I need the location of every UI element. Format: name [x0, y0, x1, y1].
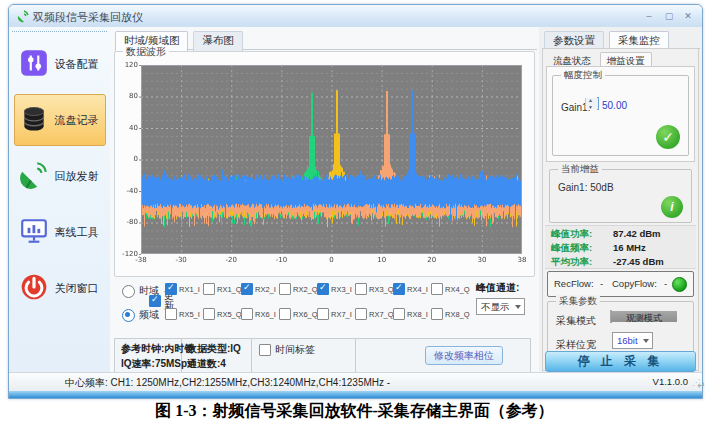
peak-channel-label: 峰值通道:	[476, 281, 519, 295]
acq-params-title: 采集参数	[556, 295, 600, 308]
bit-width-label: 采样位宽	[556, 338, 596, 352]
sidebar: 设备配置 流盘记录	[9, 27, 111, 373]
checkbox-rx5-i[interactable]: RX5_I	[165, 308, 200, 320]
power-icon	[19, 272, 49, 304]
sidebar-item-label: 设备配置	[55, 57, 99, 72]
current-gain-title: 当前增益	[558, 163, 602, 176]
maximize-button[interactable]: ▢	[660, 9, 678, 23]
recflow-value: -	[600, 278, 603, 289]
divider	[251, 339, 252, 373]
checkbox-rx8-q[interactable]: RX8_Q	[431, 308, 470, 320]
monitor-chart-icon	[19, 216, 49, 248]
satellite-dish-icon	[19, 160, 49, 192]
waveform-group: 数据波形	[114, 51, 535, 277]
sidebar-item-playback-transmit[interactable]: 回放发射	[14, 150, 106, 202]
main-area: 时域/频域图 瀑布图 数据波形 时域 频域 更新 RX1_I RX1_Q RX2…	[110, 27, 539, 373]
amplitude-group: 幅度控制 Gain1: 50.00 ✓	[552, 75, 689, 156]
channel-count-label: 通道数:4	[187, 357, 226, 371]
gain-info-indicator: i	[661, 196, 683, 218]
app-window: 双频段信号采集回放仪 – ▢ ✕ 设备配置	[8, 4, 703, 399]
checkbox-rx6-i[interactable]: RX6_I	[241, 308, 276, 320]
minimize-button[interactable]: –	[640, 9, 658, 23]
acq-mode-toggle[interactable]: 观测模式	[610, 310, 612, 323]
sidebar-item-label: 回放发射	[55, 169, 99, 184]
gain-subtabs: 流盘状态 增益设置	[547, 51, 696, 66]
view-tabs: 时域/频域图 瀑布图	[115, 30, 537, 50]
sidebar-item-label: 离线工具	[55, 225, 99, 240]
return-mark: ↵	[697, 380, 705, 391]
title-bar: 双频段信号采集回放仪 – ▢ ✕	[9, 5, 702, 28]
right-panel: 参数设置 采集监控 流盘状态 增益设置 幅度控制 Gain1: 50.00 ✓	[539, 27, 702, 373]
ref-clock-label: 参考时钟:内时钟	[121, 342, 194, 356]
sidebar-item-disk-record[interactable]: 流盘记录	[14, 94, 106, 146]
data-type-label: 数据类型:IQ	[187, 342, 241, 356]
display-controls: 时域 频域 更新 RX1_I RX1_Q RX2_I RX2_Q RX3_I R…	[110, 277, 539, 335]
peak-freq-value: 16 MHz	[613, 242, 646, 253]
checkbox-rx4-q[interactable]: RX4_Q	[431, 283, 470, 295]
status-bar: 中心频率: CH1: 1250MHz,CH2:1255MHz,CH3:1240M…	[9, 372, 702, 391]
app-icon	[16, 9, 30, 23]
close-button[interactable]: ✕	[679, 9, 697, 23]
avg-power-value: -27.45 dBm	[613, 256, 664, 267]
checkbox-rx4-i[interactable]: RX4_I	[393, 283, 428, 295]
flow-led-indicator	[672, 277, 687, 292]
checkbox-icon	[149, 295, 161, 307]
window-title: 双频段信号采集回放仪	[33, 10, 143, 25]
spinner-arrows-icon[interactable]	[585, 98, 598, 109]
window-bottom-edge	[9, 391, 702, 398]
chevron-down-icon	[515, 305, 521, 309]
stop-acquisition-button[interactable]: 停 止 采 集	[545, 351, 696, 372]
gain-settings-card: 幅度控制 Gain1: 50.00 ✓	[546, 66, 695, 162]
gain1-spinbox[interactable]: 50.00	[597, 97, 599, 110]
current-gain-text: Gain1: 50dB	[558, 182, 614, 193]
gain-ok-indicator: ✓	[656, 125, 680, 149]
center-freq-status: 中心频率: CH1: 1250MHz,CH2:1255MHz,CH3:1240M…	[65, 376, 390, 390]
checkbox-rx1-i[interactable]: RX1_I	[165, 283, 200, 295]
modify-freq-phase-button[interactable]: 修改频率相位	[425, 346, 503, 365]
divider	[355, 339, 356, 373]
bit-width-select[interactable]: 16bit	[612, 332, 653, 349]
monitor-card: 流盘状态 增益设置 幅度控制 Gain1: 50.00 ✓ 当前增益 Ga	[542, 48, 699, 371]
amplitude-group-title: 幅度控制	[561, 69, 605, 82]
acquisition-info-strip: 参考时钟:内时钟 IQ速率:75MSps 数据类型:IQ 通道数:4 时间标签 …	[114, 338, 531, 374]
checkbox-rx8-i[interactable]: RX8_I	[393, 308, 428, 320]
checkbox-rx5-q[interactable]: RX5_Q	[203, 308, 242, 320]
metrics-panel: 峰值功率: 87.42 dBm 峰值频率: 16 MHz 平均功率: -27.4…	[545, 225, 696, 269]
sidebar-item-close-window[interactable]: 关闭窗口	[14, 262, 106, 314]
database-icon	[19, 104, 49, 136]
current-gain-group: 当前增益 Gain1: 50dB i	[549, 169, 692, 223]
copyflow-label: CopyFlow:	[612, 278, 657, 289]
waveform-canvas	[117, 61, 532, 267]
radio-icon	[122, 309, 135, 322]
flow-status-box: RecFlow: - CopyFlow: -	[547, 271, 694, 297]
chevron-down-icon	[643, 339, 649, 343]
checkbox-rx6-q[interactable]: RX6_Q	[279, 308, 318, 320]
peak-freq-label: 峰值频率:	[551, 242, 592, 255]
peak-power-label: 峰值功率:	[551, 228, 592, 241]
sidebar-group: 设备配置 流盘记录	[12, 31, 107, 369]
radio-icon	[122, 285, 135, 298]
checkbox-rx3-i[interactable]: RX3_I	[317, 283, 352, 295]
sidebar-item-label: 流盘记录	[55, 113, 99, 128]
sidebar-item-device-config[interactable]: 设备配置	[14, 38, 106, 90]
right-panel-tabs: 参数设置 采集监控	[544, 30, 700, 49]
version-label: V1.1.0.0	[653, 376, 688, 387]
sidebar-item-offline-tools[interactable]: 离线工具	[14, 206, 106, 258]
iq-rate-label: IQ速率:75MSps	[121, 357, 193, 371]
checkbox-rx7-i[interactable]: RX7_I	[317, 308, 352, 320]
checkbox-rx2-q[interactable]: RX2_Q	[279, 283, 318, 295]
waveform-group-title: 数据波形	[123, 45, 169, 59]
sliders-icon	[19, 48, 49, 80]
avg-power-label: 平均功率:	[551, 256, 592, 269]
acq-mode-label: 采集模式	[556, 314, 596, 328]
copyflow-value: -	[664, 278, 667, 289]
peak-power-value: 87.42 dBm	[613, 228, 661, 239]
checkbox-rx1-q[interactable]: RX1_Q	[203, 283, 242, 295]
peak-channel-select[interactable]: 不显示	[476, 298, 525, 315]
figure-caption: 图 1-3：射频信号采集回放软件-采集存储主界面（参考）	[0, 401, 709, 422]
tab-waterfall-view[interactable]: 瀑布图	[193, 31, 243, 51]
checkbox-rx3-q[interactable]: RX3_Q	[355, 283, 394, 295]
checkbox-rx2-i[interactable]: RX2_I	[241, 283, 276, 295]
checkbox-rx7-q[interactable]: RX7_Q	[355, 308, 394, 320]
checkbox-time-tag[interactable]: 时间标签	[259, 343, 315, 357]
